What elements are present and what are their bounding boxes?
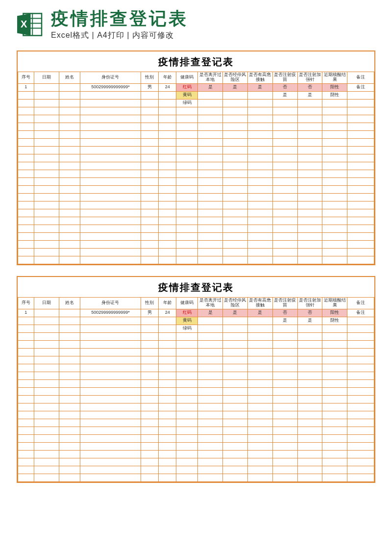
cell xyxy=(297,99,322,107)
table-row: 黄码 是 是 阴性 xyxy=(18,91,374,99)
table-row xyxy=(18,130,374,138)
table-row xyxy=(18,162,374,170)
col-risk: 是否经停风险区 xyxy=(222,297,247,309)
cell xyxy=(18,317,34,325)
cell xyxy=(198,325,223,332)
table-row xyxy=(18,232,374,240)
cell-vacc: 是 xyxy=(272,91,297,99)
cell-contact: 是 xyxy=(247,309,272,317)
table-row xyxy=(18,193,374,201)
sheet-title: 疫情排查登记表 xyxy=(18,51,374,72)
table-row: 1 500299999999999* 男 24 红码 是 是 是 否 否 阳性 … xyxy=(18,309,374,317)
col-boost: 是否注射加强针 xyxy=(297,72,322,83)
col-sex: 性别 xyxy=(141,297,158,309)
col-name: 姓名 xyxy=(59,297,80,309)
cell xyxy=(59,91,80,99)
cell xyxy=(247,91,272,99)
cell xyxy=(59,309,80,317)
cell-risk: 是 xyxy=(222,83,247,91)
table-row xyxy=(18,170,374,177)
table-row xyxy=(18,419,374,427)
cell xyxy=(141,325,158,332)
cell-seq: 1 xyxy=(18,309,34,317)
cell xyxy=(159,325,176,332)
cell xyxy=(322,325,347,332)
cell-boost: 否 xyxy=(297,83,322,91)
table-row xyxy=(18,427,374,434)
cell-note: 备注 xyxy=(347,83,374,91)
cell xyxy=(297,325,322,332)
cell xyxy=(159,91,176,99)
table-row xyxy=(18,372,374,379)
header-row: 序号 日期 姓名 身份证号 性别 年龄 健康码 是否离开过本地 是否经停风险区 … xyxy=(18,297,374,309)
registration-table: 序号 日期 姓名 身份证号 性别 年龄 健康码 是否离开过本地 是否经停风险区 … xyxy=(18,72,374,264)
cell xyxy=(34,99,59,107)
sheet-2: 疫情排查登记表 序号 日期 姓名 身份证号 性别 年龄 健康码 是否离开过本地 xyxy=(17,276,375,483)
cell-age: 24 xyxy=(159,309,176,317)
main-title: 疫情排查登记表 xyxy=(51,9,377,28)
cell xyxy=(159,317,176,325)
cell xyxy=(272,99,297,107)
cell xyxy=(80,91,141,99)
cell-age: 24 xyxy=(159,83,176,91)
cell-test: 阳性 xyxy=(322,309,347,317)
col-leave: 是否离开过本地 xyxy=(198,72,223,83)
cell-test: 阳性 xyxy=(322,83,347,91)
col-date: 日期 xyxy=(34,297,59,309)
cell xyxy=(222,91,247,99)
header-row: 序号 日期 姓名 身份证号 性别 年龄 健康码 是否离开过本地 是否经停风险区 … xyxy=(18,72,374,83)
cell-code-red: 红码 xyxy=(176,309,198,317)
cell-vacc: 否 xyxy=(272,83,297,91)
col-code: 健康码 xyxy=(176,297,198,309)
col-sex: 性别 xyxy=(141,72,158,83)
sheet-1: 疫情排查登记表 序号 日期 姓名 身份证号 性别 年龄 健康码 是否离开过本地 xyxy=(17,50,375,265)
col-code: 健康码 xyxy=(176,72,198,83)
col-age: 年龄 xyxy=(159,72,176,83)
cell xyxy=(159,99,176,107)
cell xyxy=(247,99,272,107)
cell xyxy=(18,91,34,99)
table-row xyxy=(18,340,374,348)
table-row xyxy=(18,364,374,372)
cell xyxy=(347,99,374,107)
cell xyxy=(18,99,34,107)
col-test: 近期核酸结果 xyxy=(322,72,347,83)
col-name: 姓名 xyxy=(59,72,80,83)
table-row xyxy=(18,348,374,356)
table-row xyxy=(18,379,374,387)
cell xyxy=(247,325,272,332)
col-leave: 是否离开过本地 xyxy=(198,297,223,309)
cell xyxy=(198,317,223,325)
table-row xyxy=(18,466,374,474)
cell-contact: 是 xyxy=(247,83,272,91)
cell-seq: 1 xyxy=(18,83,34,91)
col-test: 近期核酸结果 xyxy=(322,297,347,309)
cell-test: 阴性 xyxy=(322,317,347,325)
table-row xyxy=(18,217,374,225)
table-row xyxy=(18,411,374,419)
cell xyxy=(59,83,80,91)
sheet-title: 疫情排查登记表 xyxy=(18,277,374,297)
excel-icon: X xyxy=(15,10,44,39)
table-row: 黄码 是 是 阴性 xyxy=(18,317,374,325)
cell-code-yellow: 黄码 xyxy=(176,317,198,325)
cell xyxy=(59,99,80,107)
svg-text:X: X xyxy=(21,19,27,30)
cell-code-yellow: 黄码 xyxy=(176,91,198,99)
table-row xyxy=(18,201,374,209)
cell xyxy=(80,325,141,332)
page-header: X 疫情排查登记表 Excel格式 | A4打印 | 内容可修改 xyxy=(0,0,392,47)
table-row xyxy=(18,115,374,123)
table-row: 绿码 xyxy=(18,325,374,332)
table-row xyxy=(18,387,374,395)
col-age: 年龄 xyxy=(159,297,176,309)
table-row xyxy=(18,138,374,146)
table-row xyxy=(18,107,374,115)
cell xyxy=(322,99,347,107)
cell xyxy=(141,91,158,99)
cell xyxy=(34,83,59,91)
table-row xyxy=(18,356,374,364)
cell xyxy=(247,317,272,325)
cell-risk: 是 xyxy=(222,309,247,317)
cell xyxy=(272,325,297,332)
